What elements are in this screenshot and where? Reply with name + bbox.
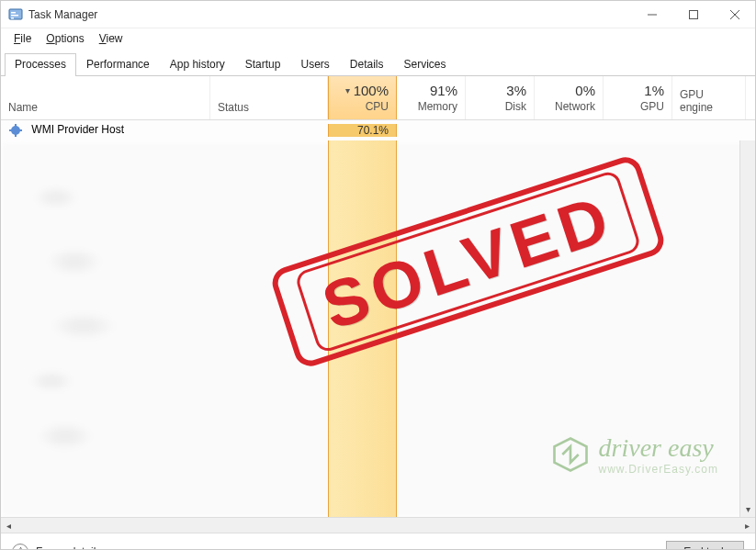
svg-rect-5 bbox=[689, 10, 697, 18]
svg-rect-9 bbox=[15, 124, 17, 127]
process-name-cell: WMI Provider Host bbox=[1, 123, 210, 138]
chevron-down-icon: ▾ bbox=[345, 85, 350, 95]
window-title: Task Manager bbox=[28, 8, 631, 21]
task-manager-icon bbox=[8, 7, 23, 22]
tab-users[interactable]: Users bbox=[290, 53, 339, 76]
header-network[interactable]: 0% Network bbox=[535, 76, 604, 119]
menu-file[interactable]: File bbox=[8, 30, 37, 47]
svg-rect-1 bbox=[11, 12, 16, 14]
menu-options[interactable]: Options bbox=[40, 30, 89, 47]
header-disk[interactable]: 3% Disk bbox=[466, 76, 535, 119]
footer: ˄ Fewer details End task bbox=[1, 533, 755, 550]
tab-services[interactable]: Services bbox=[394, 53, 457, 76]
process-name: WMI Provider Host bbox=[31, 123, 124, 136]
column-headers: Name Status ▾ 100% CPU 91% Memory 3% Dis… bbox=[1, 76, 755, 120]
header-memory-label: Memory bbox=[418, 100, 457, 113]
menu-view[interactable]: View bbox=[94, 30, 129, 47]
menubar: File Options View bbox=[1, 28, 755, 49]
end-task-button[interactable]: End task bbox=[666, 541, 744, 551]
close-icon bbox=[730, 10, 739, 19]
header-name-label: Name bbox=[8, 101, 38, 114]
fewer-details-button[interactable]: ˄ Fewer details bbox=[12, 544, 101, 551]
header-memory-pct: 91% bbox=[430, 83, 457, 98]
tabstrip: Processes Performance App history Startu… bbox=[1, 52, 755, 76]
horizontal-scrollbar[interactable]: ◂ ▸ bbox=[1, 517, 755, 533]
header-memory[interactable]: 91% Memory bbox=[397, 76, 466, 119]
svg-rect-11 bbox=[9, 129, 12, 131]
tab-performance[interactable]: Performance bbox=[76, 53, 160, 76]
tab-startup[interactable]: Startup bbox=[235, 53, 291, 76]
svg-rect-12 bbox=[19, 129, 22, 131]
header-cpu[interactable]: ▾ 100% CPU bbox=[328, 76, 397, 119]
tab-processes[interactable]: Processes bbox=[5, 53, 76, 76]
chevron-up-icon: ˄ bbox=[12, 544, 28, 551]
header-network-label: Network bbox=[555, 100, 595, 113]
header-status[interactable]: Status bbox=[210, 76, 328, 119]
cpu-column-highlight bbox=[328, 120, 397, 517]
scroll-right-icon[interactable]: ▸ bbox=[739, 521, 755, 531]
svg-rect-10 bbox=[15, 134, 17, 137]
header-network-pct: 0% bbox=[575, 83, 595, 98]
header-status-label: Status bbox=[218, 101, 249, 114]
svg-point-8 bbox=[11, 126, 20, 135]
tab-app-history[interactable]: App history bbox=[160, 53, 235, 76]
minimize-icon bbox=[648, 10, 657, 19]
process-cpu-cell: 70.1% bbox=[328, 124, 397, 137]
window-buttons bbox=[631, 1, 755, 28]
maximize-icon bbox=[689, 10, 698, 19]
vertical-scrollbar[interactable]: ▴ ▾ bbox=[739, 120, 755, 517]
titlebar: Task Manager bbox=[1, 1, 755, 28]
svg-rect-2 bbox=[11, 15, 18, 17]
header-cpu-pct: 100% bbox=[354, 83, 389, 98]
header-cpu-label: CPU bbox=[366, 100, 389, 113]
header-name[interactable]: Name bbox=[1, 76, 210, 119]
header-gpu-engine[interactable]: GPU engine bbox=[672, 76, 746, 119]
svg-rect-3 bbox=[11, 17, 14, 19]
maximize-button[interactable] bbox=[672, 1, 714, 28]
service-icon bbox=[8, 123, 23, 138]
scroll-left-icon[interactable]: ◂ bbox=[1, 521, 17, 531]
header-gpu[interactable]: 1% GPU bbox=[604, 76, 672, 119]
minimize-button[interactable] bbox=[631, 1, 672, 28]
header-disk-pct: 3% bbox=[506, 83, 526, 98]
header-gpu-pct: 1% bbox=[644, 83, 664, 98]
close-button[interactable] bbox=[714, 1, 755, 28]
header-gpu-label: GPU bbox=[640, 100, 664, 113]
tab-details[interactable]: Details bbox=[340, 53, 394, 76]
scroll-down-icon[interactable]: ▾ bbox=[740, 501, 755, 517]
header-disk-label: Disk bbox=[505, 100, 526, 113]
process-list: WMI Provider Host 70.1% ▴ ▾ bbox=[1, 120, 755, 517]
table-row[interactable]: WMI Provider Host 70.1% bbox=[1, 120, 755, 140]
header-gpu-engine-label: GPU engine bbox=[680, 88, 738, 114]
